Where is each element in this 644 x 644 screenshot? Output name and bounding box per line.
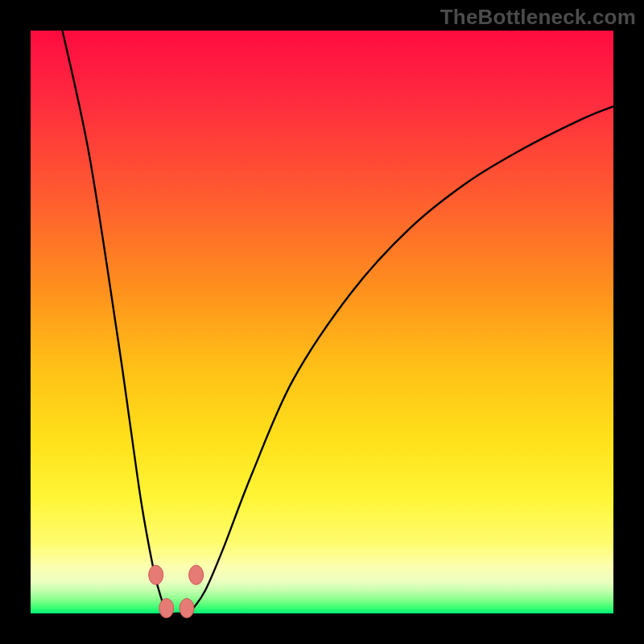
curve-path <box>60 19 613 614</box>
plot-area <box>31 31 613 613</box>
curve-marker <box>149 565 163 584</box>
watermark-text: TheBottleneck.com <box>440 5 636 30</box>
bottleneck-curve <box>31 31 613 613</box>
curve-marker <box>159 598 174 617</box>
curve-marker <box>180 598 194 617</box>
marker-group <box>149 565 204 617</box>
chart-frame: TheBottleneck.com <box>0 0 644 644</box>
curve-marker <box>189 565 204 584</box>
